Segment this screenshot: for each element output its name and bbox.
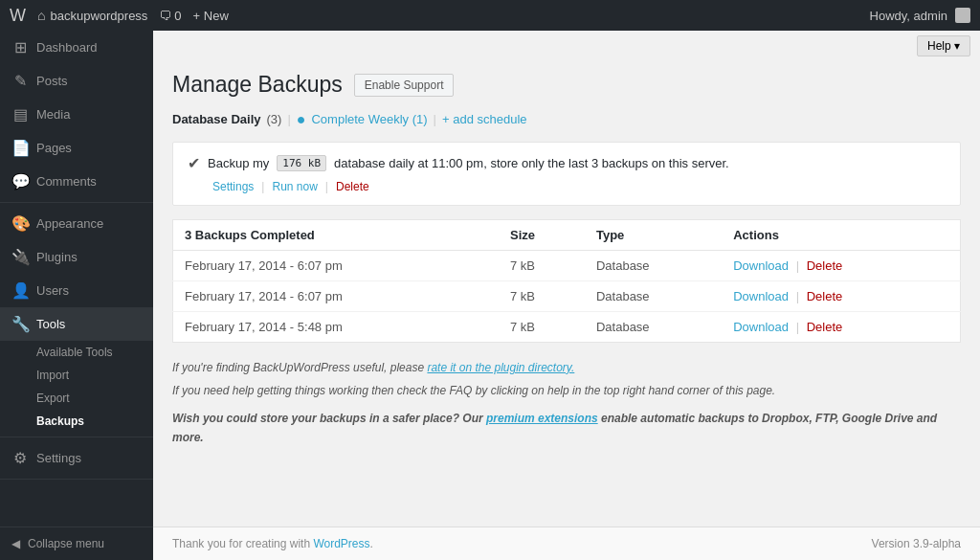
- appearance-icon: 🎨: [11, 214, 29, 233]
- menu-item-posts[interactable]: ✎ Posts: [0, 64, 153, 98]
- users-icon: 👤: [11, 281, 29, 300]
- schedule-dot: ●: [297, 111, 306, 128]
- menu-sep-2: [0, 437, 153, 437]
- menu-item-tools[interactable]: 🔧 Tools: [0, 307, 153, 341]
- dashboard-icon: ⊞: [11, 38, 29, 56]
- row-size: 7 kB: [499, 280, 585, 311]
- new-menu[interactable]: + New: [193, 9, 229, 23]
- collapse-icon: ◀: [11, 537, 20, 550]
- posts-icon: ✎: [11, 72, 29, 90]
- backup-actions: Settings | Run now | Delete: [188, 180, 946, 193]
- delete-link[interactable]: Delete: [807, 320, 843, 334]
- footer-notes: If you're finding BackUpWordPress useful…: [172, 358, 961, 448]
- row-size: 7 kB: [499, 311, 585, 342]
- menu-item-media[interactable]: ▤ Media: [0, 98, 153, 131]
- complete-weekly-link[interactable]: Complete Weekly (1): [311, 112, 427, 126]
- submenu-export[interactable]: Export: [0, 387, 153, 410]
- col-header-completed: 3 Backups Completed: [173, 219, 499, 250]
- row-type: Database: [585, 280, 722, 311]
- row-type: Database: [585, 250, 722, 280]
- media-icon: ▤: [11, 105, 29, 123]
- main-content: Help ▾ Manage Backups Enable Support Dat…: [153, 31, 980, 560]
- wp-logo[interactable]: W: [10, 6, 26, 26]
- schedule-label: Database Daily: [172, 112, 261, 126]
- table-row: February 17, 2014 - 6:07 pm 7 kB Databas…: [173, 250, 961, 280]
- row-size: 7 kB: [499, 250, 585, 280]
- page-title-area: Manage Backups Enable Support: [172, 71, 961, 100]
- settings-link[interactable]: Settings: [212, 180, 254, 193]
- checkmark-icon: ✔: [188, 154, 200, 172]
- tools-icon: 🔧: [11, 315, 29, 333]
- menu-item-dashboard[interactable]: ⊞ Dashboard: [0, 31, 153, 64]
- action-sep2: |: [325, 180, 328, 193]
- menu-item-appearance[interactable]: 🎨 Appearance: [0, 207, 153, 240]
- menu-item-comments[interactable]: 💬 Comments: [0, 165, 153, 198]
- delete-link[interactable]: Delete: [807, 258, 843, 273]
- settings-icon: ⚙: [11, 449, 29, 467]
- row-date: February 17, 2014 - 6:07 pm: [173, 280, 499, 311]
- schedule-sep1: |: [287, 112, 290, 126]
- submenu-backups[interactable]: Backups: [0, 410, 153, 433]
- col-header-type: Type: [585, 219, 722, 250]
- table-row: February 17, 2014 - 5:48 pm 7 kB Databas…: [173, 311, 961, 342]
- backup-info-box: ✔ Backup my 176 kB database daily at 11:…: [172, 142, 961, 206]
- row-date: February 17, 2014 - 5:48 pm: [173, 311, 499, 342]
- wordpress-link[interactable]: WordPress: [313, 537, 369, 550]
- table-row: February 17, 2014 - 6:07 pm 7 kB Databas…: [173, 280, 961, 311]
- premium-extensions-link[interactable]: premium extensions: [486, 412, 598, 425]
- col-header-actions: Actions: [722, 219, 960, 250]
- footer-version: Version 3.9-alpha: [872, 537, 961, 550]
- backup-text-after: database daily at 11:00 pm, store only t…: [334, 156, 729, 170]
- size-badge: 176 kB: [277, 155, 326, 171]
- backups-table: 3 Backups Completed Size Type Actions Fe…: [172, 219, 961, 343]
- menu-item-plugins[interactable]: 🔌 Plugins: [0, 240, 153, 274]
- download-link[interactable]: Download: [733, 320, 789, 334]
- footer-left: Thank you for creating with WordPress.: [172, 537, 373, 550]
- note-line3: Wish you could store your backups in a s…: [172, 409, 961, 448]
- submenu-available-tools[interactable]: Available Tools: [0, 341, 153, 364]
- help-button[interactable]: Help ▾: [917, 35, 970, 56]
- schedule-sep2: |: [434, 112, 436, 126]
- menu-item-users[interactable]: 👤 Users: [0, 274, 153, 307]
- col-header-size: Size: [499, 219, 585, 250]
- admin-sidebar: ⊞ Dashboard ✎ Posts ▤ Media 📄 Pages 💬 Co…: [0, 31, 153, 560]
- delete-schedule-link[interactable]: Delete: [336, 180, 369, 193]
- download-link[interactable]: Download: [733, 289, 789, 303]
- schedule-bar: Database Daily (3) | ● Complete Weekly (…: [172, 111, 961, 128]
- page-footer: Thank you for creating with WordPress. V…: [153, 526, 980, 560]
- note-line2: If you need help getting things working …: [172, 381, 961, 400]
- enable-support-button[interactable]: Enable Support: [354, 74, 455, 97]
- download-link[interactable]: Download: [733, 258, 789, 273]
- menu-sep-3: [0, 479, 153, 480]
- collapse-menu-button[interactable]: ◀ Collapse menu: [0, 526, 153, 560]
- row-actions: Download | Delete: [722, 250, 960, 280]
- admin-avatar[interactable]: [955, 8, 970, 23]
- backup-text-before: Backup my: [208, 156, 269, 170]
- pages-icon: 📄: [11, 139, 29, 157]
- howdy-text: Howdy, admin: [870, 9, 947, 23]
- row-actions: Download | Delete: [722, 311, 960, 342]
- schedule-count: (3): [267, 112, 282, 126]
- admin-bar: W backupwordpress 🗨 0 + New Howdy, admin: [0, 0, 980, 31]
- comments-count[interactable]: 🗨 0: [159, 9, 181, 23]
- comments-icon: 💬: [11, 172, 29, 190]
- add-schedule-link[interactable]: + add schedule: [442, 112, 527, 126]
- row-type: Database: [585, 311, 722, 342]
- page-title: Manage Backups: [172, 71, 343, 100]
- site-name[interactable]: backupwordpress: [37, 8, 147, 23]
- note-line1: If you're finding BackUpWordPress useful…: [172, 358, 961, 377]
- help-bar: Help ▾: [153, 31, 980, 61]
- submenu-import[interactable]: Import: [0, 364, 153, 387]
- plugins-icon: 🔌: [11, 248, 29, 266]
- row-actions: Download | Delete: [722, 280, 960, 311]
- row-date: February 17, 2014 - 6:07 pm: [173, 250, 499, 280]
- menu-sep-1: [0, 202, 153, 203]
- menu-item-pages[interactable]: 📄 Pages: [0, 131, 153, 165]
- delete-link[interactable]: Delete: [807, 289, 843, 303]
- menu-item-settings[interactable]: ⚙ Settings: [0, 441, 153, 475]
- plugin-directory-link[interactable]: rate it on the plugin directory.: [427, 361, 574, 374]
- action-sep1: |: [261, 180, 264, 193]
- run-now-link[interactable]: Run now: [272, 180, 317, 193]
